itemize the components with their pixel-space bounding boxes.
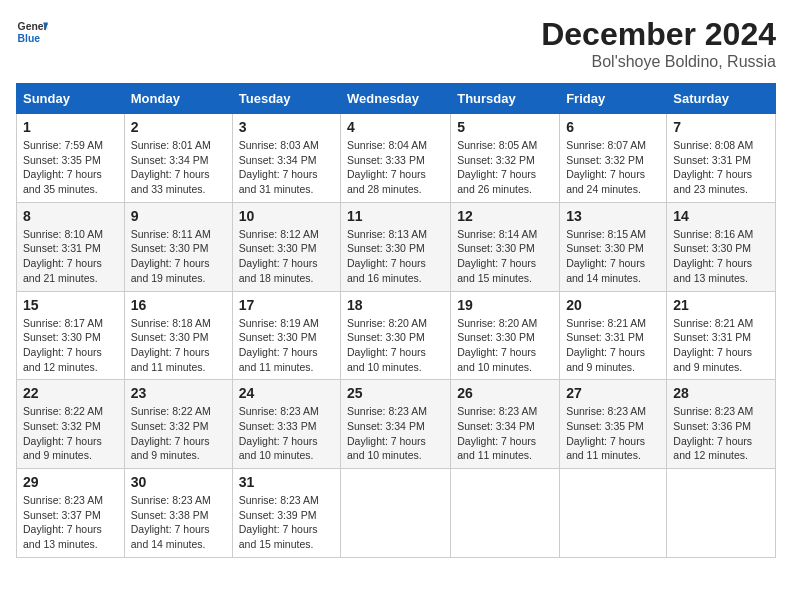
day-number: 21 (673, 297, 769, 313)
day-number: 29 (23, 474, 118, 490)
calendar-cell: 26 Sunrise: 8:23 AM Sunset: 3:34 PM Dayl… (451, 380, 560, 469)
weekday-header: Sunday (17, 84, 125, 114)
calendar-cell: 5 Sunrise: 8:05 AM Sunset: 3:32 PM Dayli… (451, 114, 560, 203)
day-number: 4 (347, 119, 444, 135)
calendar-cell: 8 Sunrise: 8:10 AM Sunset: 3:31 PM Dayli… (17, 202, 125, 291)
month-title: December 2024 (541, 16, 776, 53)
day-number: 10 (239, 208, 334, 224)
day-number: 2 (131, 119, 226, 135)
calendar-cell (341, 469, 451, 558)
calendar-cell: 2 Sunrise: 8:01 AM Sunset: 3:34 PM Dayli… (124, 114, 232, 203)
day-info: Sunrise: 8:18 AM Sunset: 3:30 PM Dayligh… (131, 316, 226, 375)
day-number: 6 (566, 119, 660, 135)
day-info: Sunrise: 8:23 AM Sunset: 3:34 PM Dayligh… (457, 404, 553, 463)
day-number: 18 (347, 297, 444, 313)
calendar-cell: 23 Sunrise: 8:22 AM Sunset: 3:32 PM Dayl… (124, 380, 232, 469)
calendar-week-row: 29 Sunrise: 8:23 AM Sunset: 3:37 PM Dayl… (17, 469, 776, 558)
calendar-cell: 22 Sunrise: 8:22 AM Sunset: 3:32 PM Dayl… (17, 380, 125, 469)
day-info: Sunrise: 8:12 AM Sunset: 3:30 PM Dayligh… (239, 227, 334, 286)
day-number: 5 (457, 119, 553, 135)
location: Bol'shoye Boldino, Russia (541, 53, 776, 71)
day-info: Sunrise: 8:23 AM Sunset: 3:38 PM Dayligh… (131, 493, 226, 552)
day-info: Sunrise: 8:23 AM Sunset: 3:36 PM Dayligh… (673, 404, 769, 463)
title-block: December 2024 Bol'shoye Boldino, Russia (541, 16, 776, 71)
day-info: Sunrise: 8:22 AM Sunset: 3:32 PM Dayligh… (23, 404, 118, 463)
day-number: 17 (239, 297, 334, 313)
day-number: 19 (457, 297, 553, 313)
day-info: Sunrise: 8:07 AM Sunset: 3:32 PM Dayligh… (566, 138, 660, 197)
day-info: Sunrise: 8:05 AM Sunset: 3:32 PM Dayligh… (457, 138, 553, 197)
day-number: 13 (566, 208, 660, 224)
calendar-cell: 10 Sunrise: 8:12 AM Sunset: 3:30 PM Dayl… (232, 202, 340, 291)
calendar-table: SundayMondayTuesdayWednesdayThursdayFrid… (16, 83, 776, 558)
calendar-cell: 14 Sunrise: 8:16 AM Sunset: 3:30 PM Dayl… (667, 202, 776, 291)
day-info: Sunrise: 8:01 AM Sunset: 3:34 PM Dayligh… (131, 138, 226, 197)
weekday-header: Wednesday (341, 84, 451, 114)
day-number: 26 (457, 385, 553, 401)
day-number: 28 (673, 385, 769, 401)
calendar-cell: 3 Sunrise: 8:03 AM Sunset: 3:34 PM Dayli… (232, 114, 340, 203)
day-number: 30 (131, 474, 226, 490)
day-info: Sunrise: 8:23 AM Sunset: 3:39 PM Dayligh… (239, 493, 334, 552)
calendar-cell: 6 Sunrise: 8:07 AM Sunset: 3:32 PM Dayli… (560, 114, 667, 203)
day-number: 15 (23, 297, 118, 313)
day-info: Sunrise: 8:23 AM Sunset: 3:34 PM Dayligh… (347, 404, 444, 463)
calendar-cell: 30 Sunrise: 8:23 AM Sunset: 3:38 PM Dayl… (124, 469, 232, 558)
calendar-cell: 17 Sunrise: 8:19 AM Sunset: 3:30 PM Dayl… (232, 291, 340, 380)
calendar-cell: 20 Sunrise: 8:21 AM Sunset: 3:31 PM Dayl… (560, 291, 667, 380)
day-info: Sunrise: 8:19 AM Sunset: 3:30 PM Dayligh… (239, 316, 334, 375)
weekday-header-row: SundayMondayTuesdayWednesdayThursdayFrid… (17, 84, 776, 114)
day-info: Sunrise: 8:20 AM Sunset: 3:30 PM Dayligh… (457, 316, 553, 375)
day-number: 7 (673, 119, 769, 135)
weekday-header: Friday (560, 84, 667, 114)
calendar-cell: 27 Sunrise: 8:23 AM Sunset: 3:35 PM Dayl… (560, 380, 667, 469)
day-number: 22 (23, 385, 118, 401)
calendar-cell: 13 Sunrise: 8:15 AM Sunset: 3:30 PM Dayl… (560, 202, 667, 291)
day-number: 8 (23, 208, 118, 224)
page-header: General Blue December 2024 Bol'shoye Bol… (16, 16, 776, 71)
calendar-cell: 25 Sunrise: 8:23 AM Sunset: 3:34 PM Dayl… (341, 380, 451, 469)
calendar-cell: 28 Sunrise: 8:23 AM Sunset: 3:36 PM Dayl… (667, 380, 776, 469)
day-number: 1 (23, 119, 118, 135)
day-info: Sunrise: 8:13 AM Sunset: 3:30 PM Dayligh… (347, 227, 444, 286)
day-number: 27 (566, 385, 660, 401)
calendar-cell (451, 469, 560, 558)
day-info: Sunrise: 8:04 AM Sunset: 3:33 PM Dayligh… (347, 138, 444, 197)
svg-text:Blue: Blue (18, 33, 41, 44)
calendar-week-row: 22 Sunrise: 8:22 AM Sunset: 3:32 PM Dayl… (17, 380, 776, 469)
day-number: 16 (131, 297, 226, 313)
day-info: Sunrise: 8:23 AM Sunset: 3:37 PM Dayligh… (23, 493, 118, 552)
day-info: Sunrise: 8:22 AM Sunset: 3:32 PM Dayligh… (131, 404, 226, 463)
day-number: 23 (131, 385, 226, 401)
calendar-cell: 4 Sunrise: 8:04 AM Sunset: 3:33 PM Dayli… (341, 114, 451, 203)
day-number: 12 (457, 208, 553, 224)
day-info: Sunrise: 8:17 AM Sunset: 3:30 PM Dayligh… (23, 316, 118, 375)
day-info: Sunrise: 8:10 AM Sunset: 3:31 PM Dayligh… (23, 227, 118, 286)
calendar-cell (667, 469, 776, 558)
day-info: Sunrise: 8:11 AM Sunset: 3:30 PM Dayligh… (131, 227, 226, 286)
day-info: Sunrise: 8:16 AM Sunset: 3:30 PM Dayligh… (673, 227, 769, 286)
calendar-cell: 19 Sunrise: 8:20 AM Sunset: 3:30 PM Dayl… (451, 291, 560, 380)
logo-icon: General Blue (16, 16, 48, 48)
weekday-header: Saturday (667, 84, 776, 114)
day-info: Sunrise: 8:08 AM Sunset: 3:31 PM Dayligh… (673, 138, 769, 197)
calendar-cell: 21 Sunrise: 8:21 AM Sunset: 3:31 PM Dayl… (667, 291, 776, 380)
day-info: Sunrise: 8:20 AM Sunset: 3:30 PM Dayligh… (347, 316, 444, 375)
calendar-cell: 31 Sunrise: 8:23 AM Sunset: 3:39 PM Dayl… (232, 469, 340, 558)
day-number: 3 (239, 119, 334, 135)
calendar-cell: 7 Sunrise: 8:08 AM Sunset: 3:31 PM Dayli… (667, 114, 776, 203)
day-info: Sunrise: 8:23 AM Sunset: 3:33 PM Dayligh… (239, 404, 334, 463)
calendar-week-row: 8 Sunrise: 8:10 AM Sunset: 3:31 PM Dayli… (17, 202, 776, 291)
calendar-cell: 15 Sunrise: 8:17 AM Sunset: 3:30 PM Dayl… (17, 291, 125, 380)
weekday-header: Monday (124, 84, 232, 114)
day-number: 31 (239, 474, 334, 490)
logo: General Blue (16, 16, 48, 48)
day-number: 25 (347, 385, 444, 401)
calendar-cell: 29 Sunrise: 8:23 AM Sunset: 3:37 PM Dayl… (17, 469, 125, 558)
day-info: Sunrise: 7:59 AM Sunset: 3:35 PM Dayligh… (23, 138, 118, 197)
calendar-cell: 11 Sunrise: 8:13 AM Sunset: 3:30 PM Dayl… (341, 202, 451, 291)
calendar-cell: 24 Sunrise: 8:23 AM Sunset: 3:33 PM Dayl… (232, 380, 340, 469)
calendar-cell: 12 Sunrise: 8:14 AM Sunset: 3:30 PM Dayl… (451, 202, 560, 291)
day-number: 24 (239, 385, 334, 401)
calendar-week-row: 1 Sunrise: 7:59 AM Sunset: 3:35 PM Dayli… (17, 114, 776, 203)
